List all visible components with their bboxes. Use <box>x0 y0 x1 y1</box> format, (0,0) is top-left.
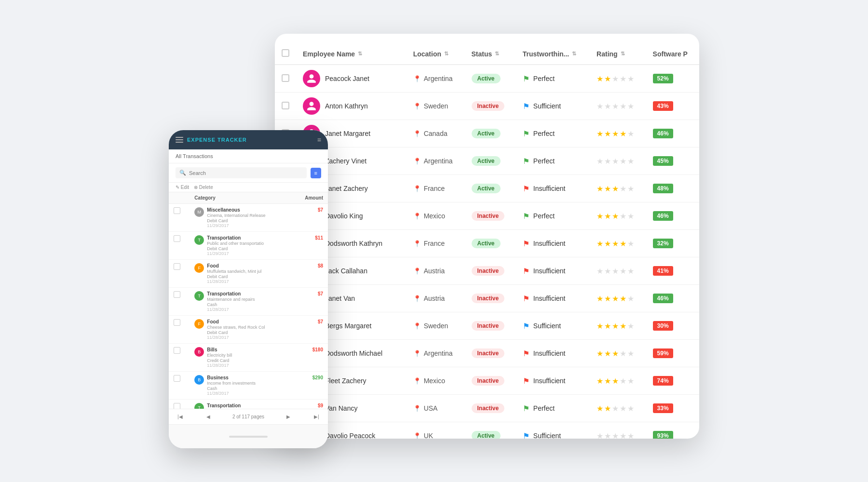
prev-page-button[interactable]: ◀ <box>204 413 212 420</box>
header-trustworthiness[interactable]: Trustworthin... ⇅ <box>516 43 590 65</box>
table-row[interactable]: Peacock Janet 📍ArgentinaActive⚑Perfect★★… <box>275 65 699 93</box>
row-checkbox[interactable] <box>174 319 180 326</box>
category-sub: Public and other transportatio <box>207 241 264 246</box>
transaction-amount: $9 <box>318 403 323 408</box>
filter-icon[interactable]: ⇅ <box>621 51 625 57</box>
category-sub: Cinema, International Release <box>207 213 265 218</box>
category-sub: Income from investments <box>207 381 256 386</box>
trust-cell: ⚑Insufficient <box>523 267 583 276</box>
card-type: Cash <box>207 386 256 391</box>
star-icon: ★ <box>604 184 611 193</box>
employee-name-cell: Anton Kathryn <box>303 97 400 115</box>
table-row[interactable]: Janet Zachery 📍FranceActive⚑Insufficient… <box>275 175 699 202</box>
filter-icon[interactable]: ⇅ <box>358 51 362 57</box>
trust-label: Insufficient <box>533 295 566 302</box>
row-checkbox[interactable] <box>282 74 289 82</box>
row-checkbox[interactable] <box>282 102 289 109</box>
delete-button[interactable]: ⊗ Delete <box>194 185 213 190</box>
row-checkbox[interactable] <box>174 291 180 298</box>
star-icon: ★ <box>612 431 619 439</box>
transaction-date: 11/29/2017 <box>207 251 264 256</box>
row-checkbox[interactable] <box>174 347 180 354</box>
table-row[interactable]: Dodsworth Michael 📍ArgentinaInactive⚑Ins… <box>275 340 699 367</box>
star-icon: ★ <box>620 404 626 413</box>
trust-flag-icon: ⚑ <box>523 102 529 111</box>
star-icon: ★ <box>597 404 603 413</box>
category-sub: Maintenance and repairs <box>207 297 255 302</box>
home-indicator <box>229 436 268 438</box>
phone: EXPENSE TRACKER ≡ All Transactions 🔍 ≡ ✎… <box>169 130 328 448</box>
table-row[interactable]: Zachery Vinet 📍ArgentinaActive⚑Perfect★★… <box>275 147 699 175</box>
star-icon: ★ <box>627 212 634 221</box>
status-badge: Active <box>472 184 501 193</box>
table-row[interactable]: Bergs Margaret 📍SwedenInactive⚑Sufficien… <box>275 312 699 340</box>
star-icon: ★ <box>612 212 619 221</box>
edit-button[interactable]: ✎ Edit <box>176 185 189 190</box>
header-software[interactable]: Software P <box>646 43 699 65</box>
table-row[interactable]: Dodsworth Kathryn 📍FranceActive⚑Insuffic… <box>275 230 699 257</box>
category-dot: T <box>194 291 204 301</box>
list-item[interactable]: B Business Income from investments Cash … <box>169 372 328 400</box>
tablet: Employee Name ⇅ Location ⇅ <box>275 34 699 439</box>
row-checkbox[interactable] <box>174 263 180 270</box>
list-item[interactable]: M Miscellaneous Cinema, International Re… <box>169 204 328 232</box>
employee-name: Anton Kathryn <box>325 102 368 110</box>
row-checkbox[interactable] <box>174 235 180 242</box>
first-page-button[interactable]: |◀ <box>176 413 185 420</box>
card-type: Debit Card <box>207 218 265 223</box>
table-row[interactable]: Fleet Zachery 📍MexicoInactive⚑Insufficie… <box>275 367 699 395</box>
search-input[interactable] <box>189 170 303 176</box>
search-input-wrap[interactable]: 🔍 <box>176 167 307 178</box>
hamburger-menu[interactable] <box>176 137 183 143</box>
trust-cell: ⚑Sufficient <box>523 321 583 331</box>
search-filter-button[interactable]: ≡ <box>311 168 321 178</box>
status-badge: Inactive <box>472 211 505 221</box>
location-cell: 📍UK <box>413 432 458 439</box>
table-row[interactable]: Janet Van 📍AustriaInactive⚑Insufficient★… <box>275 285 699 312</box>
star-icon: ★ <box>597 239 603 248</box>
table-row[interactable]: Davolio Peacock 📍UKActive⚑Sufficient★★★★… <box>275 422 699 439</box>
location-icon: 📍 <box>413 377 421 385</box>
list-item[interactable]: T Transportation Maintenance and repairs… <box>169 288 328 316</box>
table-row[interactable]: Jack Callahan 📍AustriaInactive⚑Insuffici… <box>275 257 699 285</box>
star-icon: ★ <box>620 239 626 248</box>
options-icon[interactable]: ≡ <box>317 136 321 144</box>
filter-icon[interactable]: ⇅ <box>495 51 499 57</box>
table-row[interactable]: Davolio King 📍MexicoInactive⚑Perfect★★★★… <box>275 202 699 230</box>
table-row[interactable]: Anton Kathryn 📍SwedenInactive⚑Sufficient… <box>275 93 699 120</box>
transaction-amount: $7 <box>318 319 323 324</box>
row-checkbox[interactable] <box>174 207 180 214</box>
star-icon: ★ <box>597 321 603 331</box>
header-location[interactable]: Location ⇅ <box>407 43 465 65</box>
star-icon: ★ <box>627 157 634 166</box>
next-page-button[interactable]: ▶ <box>285 413 292 420</box>
last-page-button[interactable]: ▶| <box>312 413 321 420</box>
table-row[interactable]: Van Nancy 📍USAInactive⚑Perfect★★★★★33% <box>275 395 699 422</box>
table-row[interactable]: Janet Margaret 📍CanadaActive⚑Perfect★★★★… <box>275 120 699 147</box>
header-employee-name[interactable]: Employee Name ⇅ <box>296 43 407 65</box>
location-cell: 📍Argentina <box>413 349 458 357</box>
row-checkbox[interactable] <box>174 375 180 382</box>
header-rating[interactable]: Rating ⇅ <box>590 43 646 65</box>
star-icon: ★ <box>604 239 611 248</box>
location-name: Sweden <box>424 102 448 110</box>
list-item[interactable]: T Transportation Public and other transp… <box>169 232 328 260</box>
star-icon: ★ <box>612 129 619 138</box>
list-item[interactable]: B Bills Electricity bill Credit Card 11/… <box>169 344 328 372</box>
list-item[interactable]: F Food Cheese straws, Red Rock Col Debit… <box>169 316 328 344</box>
transaction-date: 11/28/2017 <box>207 363 232 368</box>
star-icon: ★ <box>620 376 626 386</box>
phone-sub-header: All Transactions <box>169 149 328 163</box>
filter-icon[interactable]: ⇅ <box>572 51 576 57</box>
trust-label: Perfect <box>533 130 555 137</box>
select-all-checkbox[interactable] <box>282 49 289 57</box>
location-icon: 📍 <box>413 295 421 302</box>
trust-flag-icon: ⚑ <box>523 129 529 138</box>
trust-cell: ⚑Perfect <box>523 74 583 83</box>
list-item[interactable]: F Food Muffuletta sandwich, Mint jul Deb… <box>169 260 328 288</box>
star-icon: ★ <box>612 321 619 331</box>
header-status[interactable]: Status ⇅ <box>465 43 516 65</box>
category-dot: M <box>194 207 204 217</box>
percentage-bar: 93% <box>653 431 673 439</box>
filter-icon[interactable]: ⇅ <box>444 51 448 57</box>
